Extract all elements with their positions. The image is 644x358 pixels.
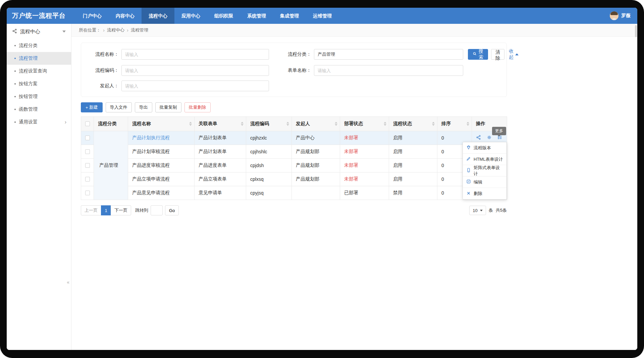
row-checkbox[interactable] [85,149,90,154]
sidebar-item-general-settings[interactable]: 通用设置 › [7,116,71,129]
initiator-cell: 产品规划部 [292,172,340,186]
go-button[interactable]: Go [165,205,179,215]
row-checkbox[interactable] [85,163,90,168]
nav-item-app[interactable]: 应用中心 [174,8,207,24]
settings-icon[interactable] [487,135,492,141]
col-header-category[interactable]: 流程分类 [94,117,128,131]
sidebar-title[interactable]: 流程中心 [7,24,71,39]
jump-to-input[interactable] [151,205,163,215]
menu-item-edit[interactable]: 编辑 [463,176,506,188]
pencil-icon [466,156,471,162]
menu-item-matrix-form-design[interactable]: 矩阵式表单设计 [463,165,506,176]
chevron-down-icon [480,210,483,211]
search-icon [473,52,477,57]
content-panel: 流程名称： 流程分类： 搜索 清除 [71,37,637,350]
menu-item-process-version[interactable]: 流程版本 [463,142,506,154]
sort-icon[interactable] [286,122,289,126]
export-button[interactable]: 导出 [135,102,152,112]
sort-icon[interactable] [384,122,386,126]
row-checkbox[interactable] [85,177,90,182]
col-label: 流程状态 [393,121,412,126]
form-cell: 意见申请单 [195,186,246,200]
breadcrumb-prefix: 所在位置： [79,27,101,33]
sidebar-item-process-settings-query[interactable]: 流程设置查询 [7,65,71,78]
process-name-input[interactable] [121,49,269,60]
sort-icon[interactable] [189,122,192,126]
process-name-cell[interactable]: 产品意见申请流程 [128,186,195,200]
table-row: 产品意见申请流程 意见申请单 cpyjsq 已部署 禁用 0 [81,186,507,200]
initiator-cell: 产品规划部 [292,159,340,172]
batch-copy-button[interactable]: 批量复制 [155,102,181,112]
row-checkbox[interactable] [85,136,90,140]
page-size-select[interactable]: 10 [469,206,486,215]
col-header-name[interactable]: 流程名称 [128,117,195,131]
process-name-link[interactable]: 产品计划执行流程 [128,131,195,145]
row-checkbox[interactable] [85,191,90,195]
process-name-cell[interactable]: 产品计划审核流程 [128,145,195,159]
sidebar-item-process-category[interactable]: 流程分类 [7,39,71,52]
nav-item-process[interactable]: 流程中心 [142,8,174,24]
form-name-input[interactable] [314,65,463,76]
table-header-row: 流程分类 流程名称 关联表单 流程编码 发起人 部署状态 流程状态 排序 操作 [81,117,507,131]
sidebar-item-button-scheme[interactable]: 按钮方案 [7,78,71,90]
top-navbar: 万户统一流程平台 门户中心 内容中心 流程中心 应用中心 组织权限 系统管理 集… [7,8,637,24]
sidebar-item-function-management[interactable]: 函数管理 [7,103,71,116]
sidebar-collapse-toggle[interactable]: « [67,279,69,285]
nav-item-ops[interactable]: 运维管理 [306,8,339,24]
user-avatar [610,11,619,20]
flow-icon [12,29,17,35]
sort-icon[interactable] [241,122,244,126]
table-row: 产品计划审核流程 产品计划表单 cpjhshlc 产品规划部 未部署 启用 0 [81,145,507,159]
nav-item-system[interactable]: 系统管理 [240,8,273,24]
nav-item-org[interactable]: 组织权限 [207,8,240,24]
code-cell: cpjdsh [246,159,292,172]
sort-icon[interactable] [335,122,337,126]
col-label: 流程分类 [98,121,117,126]
user-menu[interactable]: 罗薇 [610,11,637,20]
menu-item-label: 矩阵式表单设计 [474,165,503,177]
col-header-initiator[interactable]: 发起人 [292,117,340,131]
process-name-cell[interactable]: 产品立项申请流程 [128,172,195,186]
search-button[interactable]: 搜索 [468,49,488,60]
process-category-input[interactable] [314,49,463,60]
process-code-label: 流程编码： [85,67,119,73]
process-name-cell[interactable]: 产品进度审核流程 [128,159,195,172]
batch-delete-button[interactable]: 批量删除 [184,102,211,112]
table-row: 产品进度审核流程 产品进度表单 cpjdsh 产品规划部 未部署 启用 0 [81,159,507,172]
select-all-checkbox[interactable] [85,121,90,126]
initiator-input[interactable] [121,81,269,91]
mobile-icon [466,168,471,173]
prev-page-button[interactable]: 上一页 [81,205,101,215]
col-header-sort[interactable]: 排序 [437,117,472,131]
col-header-code[interactable]: 流程编码 [246,117,292,131]
delete-icon [466,191,471,197]
col-header-form[interactable]: 关联表单 [195,117,246,131]
page-number-button[interactable]: 1 [101,205,111,215]
clear-button[interactable]: 清除 [491,49,504,60]
breadcrumb-item-process-management[interactable]: 流程管理 [131,27,148,33]
search-button-label: 搜索 [479,48,483,60]
share-icon[interactable] [476,135,481,141]
col-header-deploy-status[interactable]: 部署状态 [340,117,389,131]
menu-item-html-form-design[interactable]: HTML表单设计 [463,154,506,165]
breadcrumb-item-process-center[interactable]: 流程中心 [107,27,124,33]
process-code-input[interactable] [121,65,269,76]
col-header-flow-status[interactable]: 流程状态 [389,117,437,131]
process-name-label: 流程名称： [85,51,119,57]
breadcrumb-separator-icon: › [103,28,105,33]
sidebar-item-button-management[interactable]: 按钮管理 [7,90,71,103]
new-button[interactable]: + 新建 [81,102,103,112]
nav-item-integration[interactable]: 集成管理 [273,8,306,24]
scrollbar[interactable] [635,25,637,37]
import-button[interactable]: 导入文件 [106,102,132,112]
next-page-button[interactable]: 下一页 [111,205,131,215]
sort-icon[interactable] [467,122,469,126]
sidebar-item-label: 流程设置查询 [19,68,47,74]
sort-icon[interactable] [432,122,435,126]
collapse-filters-link[interactable]: 收起 [509,48,519,60]
nav-item-content[interactable]: 内容中心 [109,8,142,24]
more-tooltip: 更多 [492,127,506,135]
sidebar-item-process-management[interactable]: 流程管理 [7,52,71,65]
menu-item-delete[interactable]: 删除 [463,188,506,199]
nav-item-portal[interactable]: 门户中心 [76,8,109,24]
